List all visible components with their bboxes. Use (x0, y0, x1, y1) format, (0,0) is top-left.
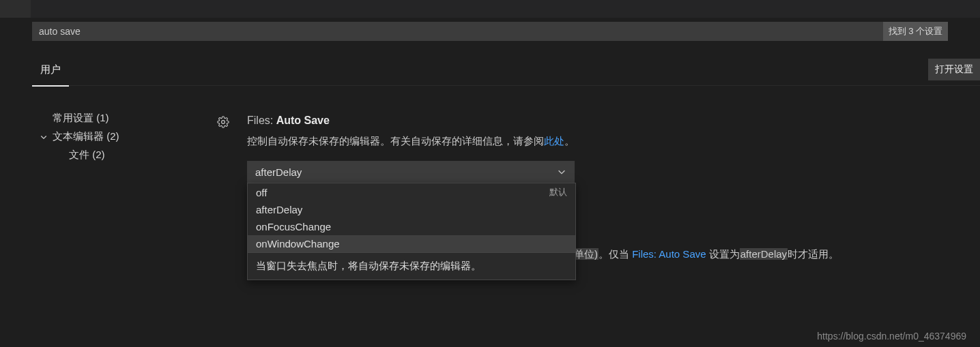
option-label: onFocusChange (256, 221, 331, 232)
tab-user[interactable]: 用户 (32, 55, 69, 87)
frag-unit: 单位) (573, 248, 599, 260)
toc-text-editor[interactable]: 文本编辑器 (2) (32, 127, 189, 146)
option-label: afterDelay (256, 204, 302, 215)
frag-mid1: 。仅当 (599, 248, 632, 260)
scope-tabs: 用户 (32, 55, 980, 86)
option-on-focus-change[interactable]: onFocusChange (248, 218, 575, 235)
select-value: afterDelay (255, 166, 302, 178)
toc-label: 文件 (2) (69, 149, 105, 162)
chevron-down-icon (39, 133, 48, 141)
setting-files-auto-save: Files: Auto Save 控制自动保存未保存的编辑器。有关自动保存的详细… (247, 115, 948, 183)
activity-strip (0, 0, 980, 18)
setting-auto-save-delay-fragment: 单位)。仅当 Files: Auto Save 设置为afterDelay时才适… (573, 247, 973, 262)
setting-title: Files: Auto Save (247, 115, 948, 127)
doc-link[interactable]: 此处 (544, 135, 564, 147)
desc-part1: 控制自动保存未保存的编辑器。有关自动保存的详细信息，请参阅 (247, 135, 544, 147)
auto-save-dropdown: off 默认 afterDelay onFocusChange onWindow… (247, 183, 576, 280)
frag-after-delay: afterDelay (740, 248, 788, 260)
option-description: 当窗口失去焦点时，将自动保存未保存的编辑器。 (248, 253, 575, 280)
auto-save-select[interactable]: afterDelay (247, 161, 575, 183)
frag-tail: 时才适用。 (788, 248, 839, 260)
option-on-window-change[interactable]: onWindowChange (248, 235, 575, 252)
desc-part2: 。 (564, 135, 575, 147)
toc-label: 文本编辑器 (2) (53, 130, 119, 143)
setting-description: 控制自动保存未保存的编辑器。有关自动保存的详细信息，请参阅此处。 (247, 134, 948, 149)
option-after-delay[interactable]: afterDelay (248, 201, 575, 218)
toc-files[interactable]: 文件 (2) (32, 146, 189, 164)
option-label: onWindowChange (256, 238, 340, 250)
svg-point-0 (222, 121, 225, 124)
files-auto-save-link[interactable]: Files: Auto Save (632, 248, 706, 260)
search-row (32, 22, 948, 41)
gear-icon[interactable] (217, 116, 231, 130)
tab-corner (0, 0, 31, 18)
setting-name: Auto Save (276, 115, 330, 126)
watermark-text: https://blog.csdn.net/m0_46374969 (817, 331, 966, 342)
settings-toc: 常用设置 (1) 文本编辑器 (2) 文件 (2) (32, 109, 189, 164)
settings-editor: 找到 3 个设置 用户 打开设置 常用设置 (1) 文本编辑器 (2) 文件 (… (0, 0, 980, 347)
toc-label: 常用设置 (1) (53, 112, 109, 125)
toc-commonly-used[interactable]: 常用设置 (1) (32, 109, 189, 127)
open-settings-json-button[interactable]: 打开设置 (928, 59, 980, 80)
auto-save-select-wrap: afterDelay off 默认 afterDelay (247, 161, 575, 183)
default-badge: 默认 (549, 186, 567, 198)
chevron-down-icon (557, 167, 566, 177)
settings-search-input[interactable] (32, 22, 948, 41)
settings-body: 常用设置 (1) 文本编辑器 (2) 文件 (2) F (0, 89, 980, 347)
frag-mid2: 设置为 (709, 248, 740, 260)
search-result-count: 找到 3 个设置 (883, 22, 948, 41)
setting-category: Files: (247, 115, 276, 126)
option-label: off (256, 187, 267, 198)
option-off[interactable]: off 默认 (248, 183, 575, 201)
